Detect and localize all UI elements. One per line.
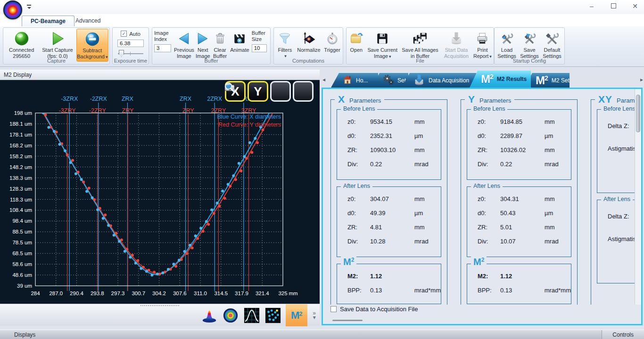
display-m2-button[interactable]: M2 — [286, 304, 307, 326]
buffer-size-input[interactable]: 10 — [252, 44, 267, 52]
section-m2: M2M2:1.12BPP:0.13mrad*mm — [337, 264, 441, 304]
clear-buffer-button[interactable]: Clear Buffer — [211, 29, 229, 59]
save-settings-icon — [522, 30, 537, 47]
print-report-button[interactable]: Print Report▾ — [472, 29, 493, 59]
y-data-point — [250, 151, 253, 154]
x-data-point — [102, 217, 105, 220]
m2-logo-icon: M2 — [471, 257, 487, 267]
normalize-button[interactable]: Normalize — [295, 29, 322, 53]
load-settings-icon — [499, 30, 514, 47]
tab-scroll-left-button[interactable]: ◂ — [322, 76, 325, 83]
y-data-point — [174, 265, 177, 268]
open-button[interactable]: Open — [347, 29, 365, 53]
save-all-images-button[interactable]: Save All Images in Buffer — [400, 29, 440, 59]
splitter-grip[interactable] — [140, 305, 179, 306]
zoom-button[interactable] — [293, 81, 314, 102]
results-tab-m2-set[interactable]: M2M2 Set... — [524, 73, 570, 88]
vertical-scrollbar-thumb[interactable] — [636, 95, 640, 132]
default-settings-button[interactable]: Default Settings — [541, 29, 563, 59]
data-acquisition-icon — [449, 30, 464, 47]
toolbar-overflow-button[interactable]: »▾ — [313, 311, 316, 320]
y-data-point — [115, 232, 117, 235]
results-tab-data-acquisition[interactable]: Data Acquisition — [402, 73, 476, 88]
display-2d-view-button[interactable] — [222, 307, 239, 324]
section-before-lens: Before Lensz0:9184.85mmd0:2289.87µmZR:10… — [467, 109, 571, 180]
parameters-column-x: XParametersBefore Lensz0:9534.15mmd0:235… — [330, 99, 447, 305]
close-button[interactable]: ✕ — [631, 2, 639, 10]
svg-text:325: 325 — [278, 291, 287, 296]
exposure-time-input[interactable]: 6.38 — [117, 40, 144, 47]
connected-button[interactable]: Connected 295650 — [4, 29, 39, 59]
load-settings-button[interactable]: Load Settings — [495, 29, 518, 59]
section-before-lens: Before LensDelta Z:Astigmatism — [597, 109, 635, 193]
vertical-scrollbar[interactable] — [635, 89, 641, 305]
display-pointing-stability-button[interactable] — [264, 307, 281, 324]
filters-button[interactable]: Filters ▾ — [275, 29, 295, 59]
ribbon-tab-row: PC-Beamage Advanced — [0, 14, 644, 26]
param-row: BPP:0.13mrad*mm — [467, 283, 571, 297]
horizontal-scrollbar[interactable] — [323, 317, 635, 324]
param-row: z0:304.07mm — [337, 192, 441, 206]
exposure-slider[interactable] — [118, 50, 143, 56]
section-m2: M2M2:1.12BPP:0.13mrad*mm — [467, 264, 571, 304]
triangle-right-icon — [195, 30, 210, 47]
x-axis-labels: 284287.0290.4293.8297.3300.7304.2307.631… — [31, 291, 297, 296]
horizontal-scrollbar-thumb[interactable] — [332, 320, 363, 321]
status-controls[interactable]: Controls — [602, 330, 644, 339]
x-data-point — [124, 250, 126, 253]
svg-text:321.4: 321.4 — [256, 291, 269, 296]
next-image-button[interactable]: Next Image — [195, 29, 211, 59]
x-data-point — [145, 270, 148, 273]
axis-label-icon: X — [338, 94, 345, 105]
trigger-button[interactable]: Trigger — [322, 29, 342, 53]
param-row: d0:49.39µm — [337, 206, 441, 220]
ribbon-group-buffer: Image Index 3 Previous Image Next Image … — [152, 27, 271, 65]
x-data-point — [254, 137, 256, 140]
x-data-point — [178, 259, 181, 262]
display-mode-toolbar: M2 »▾ — [0, 304, 320, 326]
y-data-point — [104, 214, 107, 217]
x-data-point — [221, 190, 224, 193]
svg-text:158.2 um: 158.2 um — [9, 153, 32, 159]
previous-image-button[interactable]: Previous Image — [173, 29, 195, 59]
app-logo-icon[interactable] — [3, 0, 22, 19]
results-tab-ho[interactable]: Ho... — [331, 73, 378, 88]
tab-scroll-right-button[interactable]: ▸ — [640, 76, 643, 83]
svg-text:2ZRX: 2ZRX — [207, 96, 223, 102]
svg-text:98.4 um: 98.4 um — [12, 218, 32, 224]
chart-canvas: -3ZRX-2ZRXZRXZRX2ZRX3ZRX-3ZRY-2ZRYZRYZRY… — [0, 80, 320, 304]
svg-text:78.5 um: 78.5 um — [12, 240, 32, 245]
m2-caustic-chart[interactable]: -3ZRX-2ZRXZRXZRX2ZRX3ZRX-3ZRY-2ZRYZRYZRY… — [0, 80, 320, 304]
x-data-point — [248, 141, 251, 144]
status-displays[interactable]: Displays — [0, 331, 35, 338]
x-data-point — [129, 256, 132, 258]
x-data-point — [189, 244, 191, 247]
y-data-point — [223, 197, 226, 200]
results-tab-m2-results[interactable]: M2M2 Results — [470, 71, 531, 88]
y-data-point — [39, 102, 41, 105]
display-3d-view-button[interactable] — [201, 307, 218, 324]
image-index-input[interactable]: 3 — [154, 44, 171, 52]
slider-thumb[interactable] — [119, 50, 124, 57]
screenshot-button[interactable] — [270, 81, 291, 102]
quick-access-arrow-icon[interactable] — [26, 4, 32, 10]
subtract-background-button[interactable]: Subtract Background▾ — [76, 29, 108, 62]
param-row: Div:10.28mrad — [337, 234, 441, 248]
parameters-columns: XParametersBefore Lensz0:9534.15mmd0:235… — [323, 89, 635, 305]
toggle-y-curve-button[interactable]: Y — [248, 81, 268, 102]
minimize-button[interactable]: – — [587, 2, 596, 10]
ribbon-tab-advanced[interactable]: Advanced — [67, 16, 109, 26]
animate-button[interactable]: Animate — [229, 29, 250, 53]
x-data-point — [91, 196, 94, 199]
save-current-image-button[interactable]: Save Current Image▾ — [365, 29, 400, 59]
group-label-capture: Capture — [3, 58, 109, 64]
maximize-button[interactable] — [609, 2, 618, 10]
param-row: z0:9184.85mm — [467, 114, 571, 129]
save-settings-button[interactable]: Save Settings — [518, 29, 541, 59]
chart-legend: Blue Curve: X diametersRed Curve: Y diam… — [217, 113, 281, 128]
auto-exposure-checkbox[interactable]: ✓ Auto — [121, 31, 140, 37]
save-data-checkbox[interactable]: Save Data to Acquisition File — [330, 306, 418, 313]
display-cross-section-button[interactable] — [243, 307, 260, 324]
svg-text:148.2 um: 148.2 um — [9, 164, 32, 170]
start-capture-button[interactable]: Start Capture (fps: 0.0) — [39, 29, 76, 59]
